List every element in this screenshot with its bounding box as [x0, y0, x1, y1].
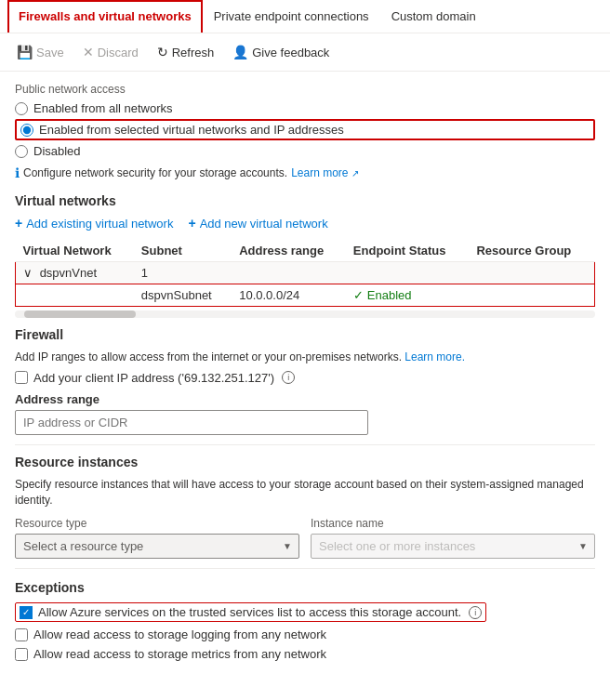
table-row: dspvnSubnet 10.0.0.0/24 ✓ Enabled: [16, 284, 595, 307]
exception-checkbox-2[interactable]: [15, 648, 28, 661]
tab-firewalls[interactable]: Firewalls and virtual networks: [7, 0, 203, 33]
table-header-row: Virtual Network Subnet Address range End…: [16, 240, 595, 262]
instance-name-select-wrapper: Select one or more instances ▼: [311, 534, 595, 559]
exception-item-2: Allow read access to storage metrics fro…: [15, 647, 595, 661]
exception-checkbox-1[interactable]: [15, 628, 28, 641]
add-new-vnet-button[interactable]: + Add new virtual network: [188, 216, 327, 231]
scroll-thumb[interactable]: [24, 310, 136, 318]
resource-instances-description: Specify resource instances that will hav…: [15, 477, 595, 508]
exception-info-icon-0[interactable]: i: [469, 606, 482, 619]
resource-type-select[interactable]: Select a resource type: [15, 534, 299, 559]
radio-selected-networks-wrapper: Enabled from selected virtual networks a…: [15, 119, 595, 140]
resource-type-select-wrapper: Select a resource type ▼: [15, 534, 299, 559]
vnet-actions: + Add existing virtual network + Add new…: [15, 216, 595, 231]
exceptions-header: Exceptions: [15, 580, 595, 595]
radio-selected-networks[interactable]: Enabled from selected virtual networks a…: [20, 123, 344, 137]
exception-item-0: ✓ Allow Azure services on the trusted se…: [15, 602, 486, 622]
col-virtual-network: Virtual Network: [16, 240, 134, 262]
feedback-button[interactable]: 👤 Give feedback: [225, 41, 337, 63]
instance-name-col: Instance name Select one or more instanc…: [311, 517, 595, 559]
vnet-parent-name: ∨ dspvnVnet: [16, 262, 134, 284]
save-button[interactable]: 💾 Save: [9, 41, 72, 63]
status-badge: ✓ Enabled: [353, 288, 462, 302]
plus-icon: +: [15, 216, 22, 231]
external-link-icon: ↗: [351, 168, 359, 178]
chevron-down-icon: ∨: [23, 266, 33, 280]
instance-name-select[interactable]: Select one or more instances: [311, 534, 595, 559]
network-info-line: ℹ Configure network security for your st…: [15, 165, 595, 180]
radio-disabled[interactable]: Disabled: [15, 144, 595, 158]
info-icon: ℹ: [15, 165, 20, 180]
col-resource-group: Resource Group: [469, 240, 594, 262]
firewall-learn-more-link[interactable]: Learn more.: [404, 350, 465, 363]
toolbar: 💾 Save ✕ Discard ↻ Refresh 👤 Give feedba…: [0, 33, 610, 72]
address-range-field: Address range: [15, 392, 595, 435]
horizontal-scrollbar[interactable]: [15, 310, 595, 318]
check-icon: ✓: [353, 288, 364, 302]
add-existing-vnet-button[interactable]: + Add existing virtual network: [15, 216, 173, 231]
refresh-icon: ↻: [157, 45, 168, 59]
resource-type-col: Resource type Select a resource type ▼: [15, 517, 299, 559]
discard-icon: ✕: [83, 45, 94, 59]
firewall-section: Firewall Add IP ranges to allow access f…: [15, 327, 595, 435]
feedback-icon: 👤: [232, 45, 248, 59]
plus-icon-2: +: [188, 216, 195, 231]
resource-instances-header: Resource instances: [15, 455, 595, 469]
address-range-label: Address range: [15, 392, 595, 406]
col-address-range: Address range: [232, 240, 346, 262]
public-network-label: Public network access: [15, 83, 595, 96]
resource-type-label: Resource type: [15, 517, 299, 530]
divider-2: [15, 568, 595, 569]
discard-button[interactable]: ✕ Discard: [75, 41, 146, 63]
network-access-radio-group: Enabled from all networks Enabled from s…: [15, 101, 595, 158]
client-ip-checkbox-row: Add your client IP address ('69.132.251.…: [15, 371, 595, 385]
col-subnet: Subnet: [134, 240, 232, 262]
resource-row: Resource type Select a resource type ▼ I…: [15, 517, 595, 559]
virtual-networks-section: Virtual networks + Add existing virtual …: [15, 193, 595, 318]
divider-1: [15, 444, 595, 445]
col-endpoint-status: Endpoint Status: [346, 240, 470, 262]
exceptions-section: Exceptions ✓ Allow Azure services on the…: [15, 580, 595, 661]
firewall-header: Firewall: [15, 327, 595, 342]
public-network-section: Public network access Enabled from all n…: [15, 83, 595, 180]
virtual-networks-header: Virtual networks: [15, 193, 595, 208]
exception-checkbox-0[interactable]: ✓: [20, 606, 33, 619]
virtual-networks-table: Virtual Network Subnet Address range End…: [15, 240, 595, 307]
refresh-button[interactable]: ↻ Refresh: [150, 41, 222, 63]
firewall-description: Add IP ranges to allow access from the i…: [15, 350, 595, 365]
table-row: ∨ dspvnVnet 1: [16, 262, 595, 284]
client-ip-info-icon[interactable]: i: [282, 371, 295, 384]
radio-all-networks[interactable]: Enabled from all networks: [15, 101, 595, 115]
tab-custom-domain[interactable]: Custom domain: [380, 0, 487, 33]
exception-item-1: Allow read access to storage logging fro…: [15, 627, 595, 641]
address-range-input[interactable]: [15, 410, 368, 435]
main-content: Public network access Enabled from all n…: [0, 72, 610, 678]
tab-private-endpoints[interactable]: Private endpoint connections: [203, 0, 380, 33]
save-icon: 💾: [17, 45, 33, 59]
instance-name-label: Instance name: [311, 517, 595, 530]
tab-bar: Firewalls and virtual networks Private e…: [0, 0, 610, 33]
client-ip-checkbox[interactable]: [15, 371, 28, 384]
resource-instances-section: Resource instances Specify resource inst…: [15, 455, 595, 560]
learn-more-link[interactable]: Learn more ↗: [291, 166, 359, 179]
